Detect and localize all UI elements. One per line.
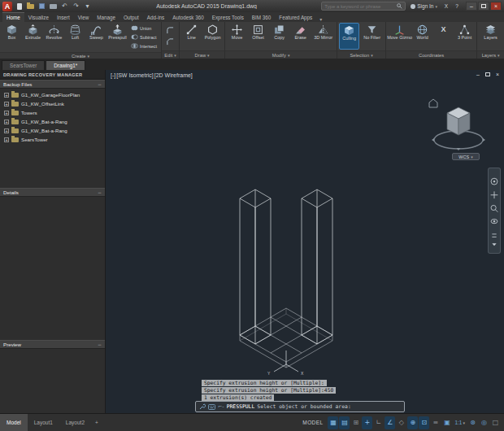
- ucs-x-button[interactable]: X: [433, 23, 454, 50]
- expand-icon[interactable]: [4, 102, 9, 107]
- showmotion-icon[interactable]: [492, 234, 496, 237]
- file-tab-searstower[interactable]: SearsTower: [2, 60, 45, 70]
- plot-button[interactable]: [49, 2, 58, 11]
- box-tool-button[interactable]: Box: [2, 23, 22, 51]
- panel-label-edit[interactable]: Edit ▾: [162, 50, 179, 59]
- ortho-toggle[interactable]: ∟: [373, 416, 384, 429]
- sweep-tool-button[interactable]: Sweep: [86, 23, 106, 51]
- backup-files-header[interactable]: Backup Files −: [0, 80, 105, 89]
- close-button[interactable]: ×: [490, 2, 502, 11]
- navbar-more-icon[interactable]: [492, 243, 496, 246]
- new-drawing-button[interactable]: [15, 2, 24, 11]
- selection-cycling-toggle[interactable]: ▣: [441, 416, 452, 429]
- dynamic-input-toggle[interactable]: +: [362, 416, 372, 429]
- fillet-edge-button[interactable]: [166, 26, 175, 35]
- ribbon-tab-insert[interactable]: Insert: [53, 12, 74, 22]
- intersect-tool-button[interactable]: Intersect: [129, 41, 159, 50]
- ribbon-tab-home[interactable]: Home: [2, 12, 24, 22]
- redo-button[interactable]: ↷: [72, 2, 80, 11]
- line-tool-button[interactable]: Line: [181, 23, 202, 50]
- clean-screen-button[interactable]: □: [490, 416, 501, 429]
- new-layout-button[interactable]: +: [91, 420, 102, 425]
- autocad-logo-icon[interactable]: A: [2, 2, 12, 11]
- panel-label-create[interactable]: Create ▾: [0, 52, 161, 59]
- panel-label-modify[interactable]: Modify ▾: [225, 50, 337, 59]
- backup-file-item[interactable]: G1_KW_Bat-a-Rang: [0, 117, 105, 126]
- search-input[interactable]: [324, 4, 395, 9]
- isodraft-toggle[interactable]: ◇: [396, 416, 406, 429]
- ribbon-tab-express-tools[interactable]: Express Tools: [208, 12, 248, 22]
- expand-icon[interactable]: [4, 93, 9, 98]
- view-control[interactable]: [SW Isometric]: [116, 72, 154, 78]
- backup-file-item[interactable]: Towers: [0, 108, 105, 117]
- ribbon-tab-bim360[interactable]: BIM 360: [248, 12, 275, 22]
- open-button[interactable]: [26, 2, 35, 11]
- panel-label-coordinates[interactable]: Coordinates: [386, 50, 476, 59]
- exchange-apps-icon[interactable]: X: [442, 3, 450, 9]
- union-tool-button[interactable]: Union: [129, 24, 159, 33]
- infer-constraints-toggle[interactable]: ⊞: [350, 416, 361, 429]
- backup-file-item[interactable]: G1_KW_GarageFloorPlan: [0, 90, 105, 99]
- drawing-restore-button[interactable]: [485, 72, 490, 76]
- ribbon-tab-view[interactable]: View: [74, 12, 93, 22]
- annotation-scale-button[interactable]: 1:1 ▾: [453, 420, 467, 425]
- no-filter-button[interactable]: No Filter: [360, 23, 384, 50]
- ucs-3point-button[interactable]: 3 Point: [454, 23, 475, 50]
- grid-toggle[interactable]: ▦: [328, 416, 338, 429]
- ribbon-tab-featured-apps[interactable]: Featured Apps: [275, 12, 316, 22]
- model-tab[interactable]: Model: [0, 414, 28, 431]
- details-header[interactable]: Details −: [0, 188, 105, 197]
- expand-icon[interactable]: [4, 137, 9, 142]
- viewcube-home-icon[interactable]: [429, 99, 437, 107]
- ribbon-collapse-button[interactable]: ▾: [316, 16, 325, 22]
- expand-icon[interactable]: [4, 111, 9, 115]
- viewcube-wcs-menu[interactable]: WCS ▾: [452, 153, 480, 160]
- chamfer-edge-button[interactable]: [166, 37, 175, 46]
- world-ucs-button[interactable]: World: [412, 23, 432, 50]
- presspull-tool-button[interactable]: Presspull: [107, 23, 128, 51]
- mirror-3d-tool-button[interactable]: 3D Mirror: [311, 23, 335, 50]
- polar-tracking-toggle[interactable]: ∠: [385, 416, 395, 429]
- backup-file-item[interactable]: G1_KW_OffsetLink: [0, 99, 105, 108]
- layout2-tab[interactable]: Layout2: [59, 414, 91, 431]
- tower-right[interactable]: [302, 189, 332, 344]
- erase-tool-button[interactable]: Erase: [290, 23, 311, 50]
- move-gizmo-button[interactable]: Move Gizmo: [388, 23, 411, 50]
- layout1-tab[interactable]: Layout1: [28, 414, 59, 431]
- search-icon[interactable]: [397, 3, 402, 9]
- ribbon-tab-addins[interactable]: Add-ins: [143, 12, 168, 22]
- maximize-button[interactable]: [478, 2, 489, 11]
- osnap-toggle[interactable]: ⊡: [419, 416, 429, 429]
- drawing-minimize-button[interactable]: –: [476, 72, 480, 77]
- polygon-tool-button[interactable]: Polygon: [202, 23, 223, 50]
- move-tool-button[interactable]: Move: [227, 23, 247, 50]
- command-line[interactable]: ⌐- PRESSPULL Select object or bounded ar…: [195, 401, 405, 412]
- expand-icon[interactable]: [4, 128, 9, 133]
- osnap-tracking-toggle[interactable]: ⊕: [407, 416, 418, 429]
- model-space-button[interactable]: MODEL: [302, 420, 323, 425]
- panel-label-draw[interactable]: Draw ▾: [180, 50, 224, 59]
- minimize-button[interactable]: –: [466, 2, 477, 11]
- annotation-monitor-toggle[interactable]: ◎: [479, 416, 489, 429]
- panel-label-selection[interactable]: Selection ▾: [337, 50, 385, 59]
- undo-button[interactable]: ↶: [60, 2, 69, 11]
- visual-style-control[interactable]: [2D Wireframe]: [154, 72, 193, 78]
- expand-icon[interactable]: [4, 120, 9, 124]
- keyboard-icon[interactable]: [208, 404, 215, 410]
- file-tab-drawing1[interactable]: Drawing1*: [46, 60, 85, 70]
- zoom-icon[interactable]: [491, 205, 496, 210]
- extrude-tool-button[interactable]: Extrude: [23, 23, 43, 51]
- model-viewport[interactable]: X Y [-] [SW Isometric] [2D Wireframe] – …: [106, 70, 504, 413]
- viewport-menu-control[interactable]: [-]: [111, 72, 115, 78]
- panel-label-layers[interactable]: Layers ▾: [477, 50, 504, 59]
- drawing-close-button[interactable]: ×: [496, 72, 499, 77]
- backup-file-item[interactable]: G1_KW_Bat-a-Rang: [0, 126, 105, 135]
- qat-dropdown-button[interactable]: ▾: [83, 2, 92, 11]
- loft-tool-button[interactable]: Loft: [65, 23, 85, 51]
- workspace-gear-button[interactable]: ⊛: [467, 416, 478, 429]
- preview-header[interactable]: Preview −: [0, 340, 105, 349]
- save-button[interactable]: [37, 2, 46, 11]
- signin-menu[interactable]: Sign In ▾: [408, 3, 440, 9]
- customize-wrench-icon[interactable]: [199, 403, 206, 410]
- subtract-tool-button[interactable]: Subtract: [129, 33, 159, 41]
